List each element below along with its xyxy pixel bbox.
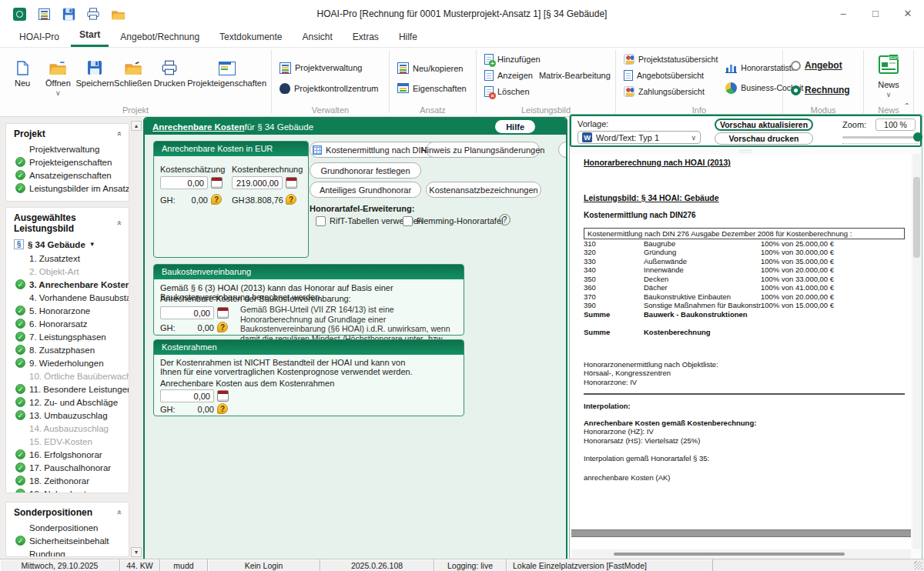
calculator-icon[interactable]	[217, 390, 229, 402]
calculator-icon[interactable]	[217, 307, 229, 319]
projektverwaltung-button[interactable]: Projektverwaltung	[276, 61, 384, 75]
preview-vertical-scrollbar[interactable]	[912, 154, 921, 549]
project-list-icon[interactable]	[35, 5, 52, 22]
calculator-icon[interactable]	[211, 177, 223, 189]
sidebar-item[interactable]: ✓ 9. Wiederholungen	[6, 356, 129, 369]
question-icon[interactable]: ?	[211, 194, 222, 205]
panel-header-projekt[interactable]: Projekt »	[6, 124, 129, 142]
sidebar-item[interactable]: ✓ 18. Zeithonorar	[6, 474, 129, 487]
scrollbar-thumb[interactable]	[614, 553, 845, 556]
menu-tab[interactable]: Start	[71, 26, 109, 47]
sidebar-item[interactable]: ✓ Sicherheitseinbehalt	[6, 534, 129, 547]
projekteigenschaften-button[interactable]: Projekteigenschaften	[187, 51, 266, 104]
oeffnen-button[interactable]: Öffnen ∨	[40, 51, 75, 104]
preview-horizontal-scrollbar[interactable]	[571, 549, 911, 559]
news-button[interactable]: NEWS News ∨	[869, 51, 909, 97]
sidebar-scroll-up[interactable]: ▲	[131, 121, 142, 131]
zoom-value[interactable]: 100 %	[875, 119, 916, 131]
eigenschaften-button[interactable]: Eigenschaften	[394, 82, 471, 95]
ribbon-collapse-icon[interactable]: ⌃	[904, 102, 910, 110]
sidebar-item[interactable]: ✓ 16. Erfolgshonorar	[6, 448, 129, 461]
neu-button[interactable]: Neu	[5, 51, 40, 104]
sidebar-item[interactable]: ✓ 5. Honorarzone	[6, 304, 129, 317]
schliessen-button[interactable]: Schließen	[114, 51, 152, 104]
panel-header-sonderpositionen[interactable]: Sonderpositionen »	[6, 503, 129, 521]
sidebar-item[interactable]: ✓ 10. Örtliche Bauüberwachung	[6, 369, 129, 382]
sidebar-item[interactable]: ✓ 19. Nebenkosten	[6, 487, 129, 493]
sidebar-item[interactable]: ✓ 13. Umbauzuschlag	[6, 409, 129, 422]
rift-checkbox[interactable]	[316, 216, 326, 226]
sidebar-item[interactable]: ✓ Ansatzeigenschaften	[6, 169, 129, 182]
minimize-button[interactable]: –	[827, 0, 859, 26]
sidebar-scroll-down[interactable]: ▼	[131, 547, 142, 557]
question-icon[interactable]: ?	[286, 194, 296, 205]
sidebar-item[interactable]: ✓ 6. Honorarsatz	[6, 317, 129, 330]
panel-header-leistungsbild[interactable]: Ausgewähltes Leistungsbild »	[6, 208, 129, 237]
dropdown-arrow-icon[interactable]: ▼	[89, 241, 95, 248]
bkv-input[interactable]	[160, 306, 214, 319]
sidebar-item[interactable]: ✓ 3. Anrechenbare Kosten	[6, 278, 129, 291]
menu-tab[interactable]: Angebot/Rechnung	[112, 28, 208, 47]
hinweis-planungsaenderungen-button[interactable]: Hinweis zu Planungsänderungen	[426, 142, 540, 158]
modus-rechnung-radio[interactable]: Rechnung	[788, 83, 859, 97]
collapse-icon[interactable]: »	[114, 510, 123, 515]
help-circle-icon[interactable]: ?	[499, 214, 511, 225]
matrix-bearbeitung-button[interactable]: Matrix-Bearbeitung	[536, 68, 614, 82]
question-icon[interactable]: ?	[217, 403, 228, 414]
collapse-icon[interactable]: »	[114, 221, 123, 225]
sidebar-item-leistungsbild-root[interactable]: § § 34 Gebäude ▼	[6, 237, 129, 252]
clipped-button[interactable]	[558, 142, 567, 158]
sidebar-item[interactable]: ✓ Sonderpositionen	[6, 521, 129, 534]
kostenansatzbezeichnungen-button[interactable]: Kostenansatzbezeichnungen	[426, 182, 541, 198]
kostenrahmen-input[interactable]	[160, 389, 214, 402]
kostenschaetzung-input[interactable]	[160, 176, 208, 189]
hinzufuegen-button[interactable]: Hinzufügen	[481, 52, 611, 66]
sidebar-item[interactable]: ✓ 11. Besondere Leistungen	[6, 382, 129, 396]
loeschen-button[interactable]: Löschen	[481, 85, 611, 99]
sidebar-item[interactable]: ✓ Projektverwaltung	[6, 142, 129, 155]
menu-tab[interactable]: Extras	[344, 28, 387, 47]
collapse-icon[interactable]: »	[114, 132, 123, 136]
grundhonorar-festlegen-button[interactable]: Grundhonorar festlegen	[310, 162, 421, 179]
vorschau-aktualisieren-button[interactable]: Vorschau aktualisieren	[715, 119, 813, 131]
neu-kopieren-button[interactable]: Neu/kopieren	[394, 61, 471, 75]
angebotsuebersicht-button[interactable]: Angebotsübersicht	[621, 68, 721, 82]
zoom-slider-thumb[interactable]	[913, 132, 922, 142]
save-icon[interactable]	[60, 5, 77, 22]
zahlungsuebersicht-button[interactable]: Zahlungsübersicht	[621, 85, 721, 99]
sidebar-item[interactable]: ✓ 7. Leistungsphasen	[6, 330, 129, 343]
sidebar-item[interactable]: ✓ 2. Objekt-Art	[6, 265, 129, 278]
sidebar-item[interactable]: ✓ Leistungsbilder im Ansatz	[6, 182, 129, 195]
close-button[interactable]: ✕	[892, 0, 924, 26]
zoom-slider[interactable]	[842, 136, 919, 139]
kostenberechnung-input[interactable]	[232, 176, 283, 189]
sidebar-item[interactable]: ✓ Rundung	[6, 547, 129, 557]
app-logo-icon[interactable]	[11, 5, 28, 22]
sidebar-item[interactable]: ✓ 1. Zusatztext	[6, 252, 129, 265]
anteiliges-grundhonorar-button[interactable]: Anteiliges Grundhonorar	[310, 182, 421, 198]
help-button[interactable]: Hilfe	[495, 120, 535, 133]
sidebar-item[interactable]: ✓ 14. Ausbauzuschlag	[6, 422, 129, 435]
sidebar-item[interactable]: ✓ 4. Vorhandene Bausubstanz	[6, 291, 129, 304]
sidebar-item[interactable]: ✓ 17. Pauschalhonorar	[6, 461, 129, 474]
speichern-button[interactable]: Speichern	[76, 51, 115, 104]
menu-tab[interactable]: Ansicht	[294, 28, 341, 47]
resize-grip[interactable]	[914, 561, 922, 569]
projektkontrollzentrum-button[interactable]: Projektkontrollzentrum	[276, 82, 384, 95]
menu-tab[interactable]: Textdokumente	[211, 28, 290, 47]
calculator-icon[interactable]	[286, 177, 297, 189]
vorschau-drucken-button[interactable]: Vorschau drucken	[715, 132, 813, 145]
sidebar-item[interactable]: ✓ 15. EDV-Kosten	[6, 435, 129, 448]
menu-tab[interactable]: HOAI-Pro	[11, 28, 68, 47]
drucken-button[interactable]: Drucken	[152, 51, 187, 104]
sidebar-item[interactable]: ✓ 8. Zusatzphasen	[6, 343, 129, 356]
sidebar-item[interactable]: ✓ Projekteigenschaften	[6, 155, 129, 169]
scrollbar-thumb[interactable]	[913, 177, 920, 258]
sidebar-item[interactable]: ✓ 12. Zu- und Abschläge	[6, 396, 129, 409]
flemming-checkbox[interactable]	[403, 216, 413, 226]
print-icon[interactable]	[85, 5, 102, 22]
folder-icon[interactable]	[109, 5, 126, 22]
template-dropdown[interactable]: W Word/Text: Typ 1 ∨	[578, 131, 701, 144]
menu-tab[interactable]: Hilfe	[390, 28, 426, 47]
anzeigen-button[interactable]: Anzeigen	[481, 68, 536, 82]
